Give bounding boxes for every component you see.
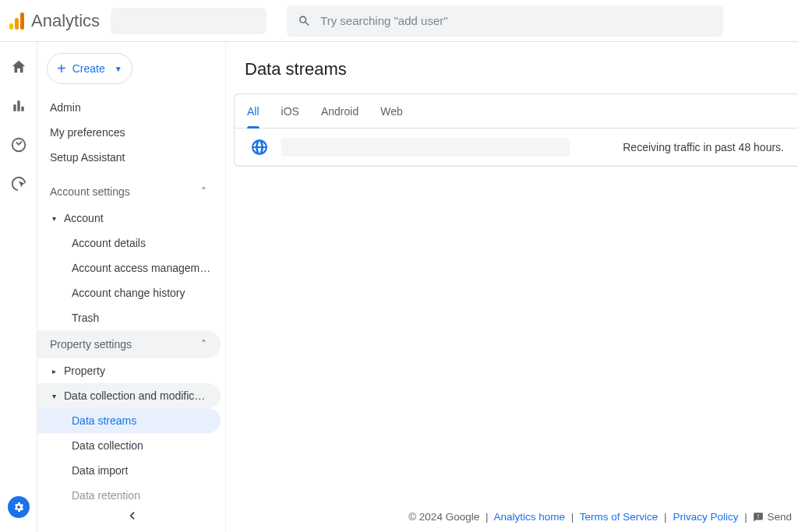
logo: Analytics [9,11,100,31]
collapse-sidenav[interactable] [37,499,225,532]
chevron-up-icon: ˄ [201,338,207,351]
chevron-down-icon: ▼ [115,65,122,73]
rail-reports[interactable] [9,97,28,115]
tree-data-collection[interactable]: Data collection [37,433,221,458]
rail-advertising[interactable] [9,174,28,193]
search-icon [298,14,311,28]
caret-down-icon: ▾ [50,214,58,223]
rail-admin[interactable] [8,496,30,518]
tab-web[interactable]: Web [380,94,403,128]
app-header: Analytics [0,0,798,42]
web-stream-icon [249,136,270,158]
section-label: Account settings [50,185,130,198]
platform-tabs: All iOS Android Web [235,94,798,129]
footer-link-terms[interactable]: Terms of Service [580,511,659,523]
stream-name-placeholder [281,138,570,157]
rail-explore[interactable] [9,136,28,154]
cursor-circle-icon [10,175,27,192]
caret-right-icon: ▸ [50,367,58,375]
nav-setup-assistant[interactable]: Setup Assistant [37,145,225,170]
feedback-icon [753,512,764,523]
svg-rect-0 [9,23,13,30]
home-icon [10,58,27,76]
tree-account-details[interactable]: Account details [37,231,221,255]
gear-icon [12,501,25,513]
footer-send-feedback[interactable]: Send [753,511,792,523]
tab-ios[interactable]: iOS [281,94,299,128]
stream-status: Receiving traffic in past 48 hours. [623,141,784,153]
globe-icon [250,138,269,157]
product-name: Analytics [31,11,100,31]
tree-property[interactable]: ▸ Property [37,358,221,383]
section-account-settings[interactable]: Account settings ˄ [37,178,221,206]
target-icon [10,136,27,153]
svg-rect-1 [15,18,19,30]
page-title: Data streams [226,42,798,93]
tree-account[interactable]: ▾ Account [37,206,221,231]
chevron-left-icon [124,508,139,523]
streams-card: All iOS Android Web Receiving traffic in… [234,93,798,167]
search-bar[interactable] [287,5,723,37]
svg-rect-2 [20,12,24,30]
footer: © 2024 Google | Analytics home | Terms o… [226,503,798,532]
search-input[interactable] [320,14,712,27]
tree-trash[interactable]: Trash [37,305,221,330]
bar-chart-icon [11,98,26,114]
left-rail [0,42,37,532]
footer-link-analytics-home[interactable]: Analytics home [493,511,565,523]
tab-android[interactable]: Android [321,94,358,128]
stream-row[interactable]: Receiving traffic in past 48 hours. [235,129,798,166]
tree-data-retention[interactable]: Data retention [37,483,221,499]
account-selector[interactable] [111,8,267,34]
analytics-logo-icon [9,12,25,30]
tree-data-collection-group[interactable]: ▾ Data collection and modifica… [37,383,221,408]
rail-home[interactable] [9,58,28,76]
chevron-up-icon: ˄ [201,185,207,198]
section-property-settings[interactable]: Property settings ˄ [37,330,221,358]
footer-copyright: © 2024 Google [408,511,479,523]
main-content: Data streams All iOS Android Web Receivi… [226,42,798,532]
tab-all[interactable]: All [247,94,260,128]
footer-link-privacy[interactable]: Privacy Policy [673,511,738,523]
plus-icon: + [57,61,66,76]
tree-account-history[interactable]: Account change history [37,280,221,305]
create-button-label: Create [72,62,105,75]
caret-down-icon: ▾ [50,392,58,400]
nav-my-preferences[interactable]: My preferences [37,120,225,145]
section-label: Property settings [50,338,132,351]
tree-data-streams[interactable]: Data streams [37,408,221,433]
admin-sidenav: + Create ▼ Admin My preferences Setup As… [37,42,226,532]
nav-admin[interactable]: Admin [37,95,225,120]
tree-account-access[interactable]: Account access managem… [37,255,221,280]
create-button[interactable]: + Create ▼ [47,53,132,84]
tree-data-import[interactable]: Data import [37,458,221,483]
